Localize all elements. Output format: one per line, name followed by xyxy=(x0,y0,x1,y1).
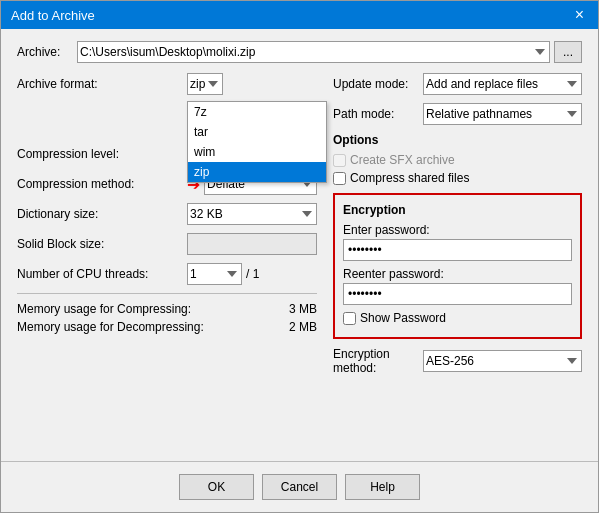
dialog-content: Archive: C:\Users\isum\Desktop\molixi.zi… xyxy=(1,29,598,461)
path-mode-select[interactable]: Relative pathnames xyxy=(423,103,582,125)
create-sfx-checkbox[interactable] xyxy=(333,154,346,167)
enter-password-label: Enter password: xyxy=(343,223,572,237)
memory-decompress-row: Memory usage for Decompressing: 2 MB xyxy=(17,320,317,334)
cpu-threads-select[interactable]: 1 xyxy=(187,263,242,285)
memory-decompress-value: 2 MB xyxy=(289,320,317,334)
compression-level-label: Compression level: xyxy=(17,147,187,161)
encryption-title: Encryption xyxy=(343,203,572,217)
archive-format-container: zip 7z tar wim zip xyxy=(187,73,317,95)
dictionary-size-label: Dictionary size: xyxy=(17,207,187,221)
close-button[interactable]: × xyxy=(571,7,588,23)
update-mode-row: Update mode: Add and replace files xyxy=(333,73,582,95)
compress-shared-label: Compress shared files xyxy=(350,171,469,185)
solid-block-size-label: Solid Block size: xyxy=(17,237,187,251)
encryption-section: Encryption Enter password: Reenter passw… xyxy=(333,193,582,339)
main-area: Archive format: zip 7z tar wim zip xyxy=(17,73,582,383)
ok-button[interactable]: OK xyxy=(179,474,254,500)
options-section: Options Create SFX archive Compress shar… xyxy=(333,133,582,185)
dialog-title: Add to Archive xyxy=(11,8,95,23)
archive-format-label: Archive format: xyxy=(17,77,187,91)
create-sfx-row: Create SFX archive xyxy=(333,153,582,167)
create-sfx-label: Create SFX archive xyxy=(350,153,455,167)
solid-block-size-select[interactable] xyxy=(187,233,317,255)
compression-method-label: Compression method: xyxy=(17,177,187,191)
update-mode-label: Update mode: xyxy=(333,77,423,91)
cpu-threads-row: Number of CPU threads: 1 / 1 xyxy=(17,263,317,285)
solid-block-size-row: Solid Block size: xyxy=(17,233,317,255)
cpu-threads-max: / 1 xyxy=(246,267,259,281)
archive-row: Archive: C:\Users\isum\Desktop\molixi.zi… xyxy=(17,41,582,63)
memory-compress-label: Memory usage for Compressing: xyxy=(17,302,191,316)
dropdown-item-tar[interactable]: tar xyxy=(188,122,326,142)
dropdown-item-zip[interactable]: zip xyxy=(188,162,326,182)
browse-button[interactable]: ... xyxy=(554,41,582,63)
update-mode-select[interactable]: Add and replace files xyxy=(423,73,582,95)
archive-format-row: Archive format: zip 7z tar wim zip xyxy=(17,73,317,95)
archive-path-container: C:\Users\isum\Desktop\molixi.zip ... xyxy=(77,41,582,63)
help-button[interactable]: Help xyxy=(345,474,420,500)
archive-path-select[interactable]: C:\Users\isum\Desktop\molixi.zip xyxy=(77,41,550,63)
cancel-button[interactable]: Cancel xyxy=(262,474,337,500)
dropdown-item-7z[interactable]: 7z xyxy=(188,102,326,122)
encryption-method-select[interactable]: AES-256 xyxy=(423,350,582,372)
show-password-label: Show Password xyxy=(360,311,446,325)
compress-shared-checkbox[interactable] xyxy=(333,172,346,185)
encryption-method-label: Encryption method: xyxy=(333,347,423,375)
memory-compress-row: Memory usage for Compressing: 3 MB xyxy=(17,302,317,316)
dropdown-item-wim[interactable]: wim xyxy=(188,142,326,162)
right-panel: Update mode: Add and replace files Path … xyxy=(333,73,582,383)
archive-format-dropdown: 7z tar wim zip xyxy=(187,101,327,183)
bottom-buttons: OK Cancel Help xyxy=(1,461,598,512)
archive-label: Archive: xyxy=(17,45,77,59)
encryption-method-row: Encryption method: AES-256 xyxy=(333,347,582,375)
show-password-checkbox[interactable] xyxy=(343,312,356,325)
left-panel: Archive format: zip 7z tar wim zip xyxy=(17,73,317,383)
cpu-threads-label: Number of CPU threads: xyxy=(17,267,187,281)
memory-decompress-label: Memory usage for Decompressing: xyxy=(17,320,204,334)
dictionary-size-select[interactable]: 32 KB xyxy=(187,203,317,225)
title-bar: Add to Archive × xyxy=(1,1,598,29)
show-password-row: Show Password xyxy=(343,311,572,325)
memory-compress-value: 3 MB xyxy=(289,302,317,316)
path-mode-row: Path mode: Relative pathnames xyxy=(333,103,582,125)
enter-password-input[interactable] xyxy=(343,239,572,261)
archive-format-select[interactable]: zip xyxy=(187,73,223,95)
add-to-archive-dialog: Add to Archive × Archive: C:\Users\isum\… xyxy=(0,0,599,513)
path-mode-label: Path mode: xyxy=(333,107,423,121)
options-title: Options xyxy=(333,133,582,147)
dictionary-size-row: Dictionary size: 32 KB xyxy=(17,203,317,225)
reenter-password-label: Reenter password: xyxy=(343,267,572,281)
reenter-password-input[interactable] xyxy=(343,283,572,305)
compress-shared-row: Compress shared files xyxy=(333,171,582,185)
